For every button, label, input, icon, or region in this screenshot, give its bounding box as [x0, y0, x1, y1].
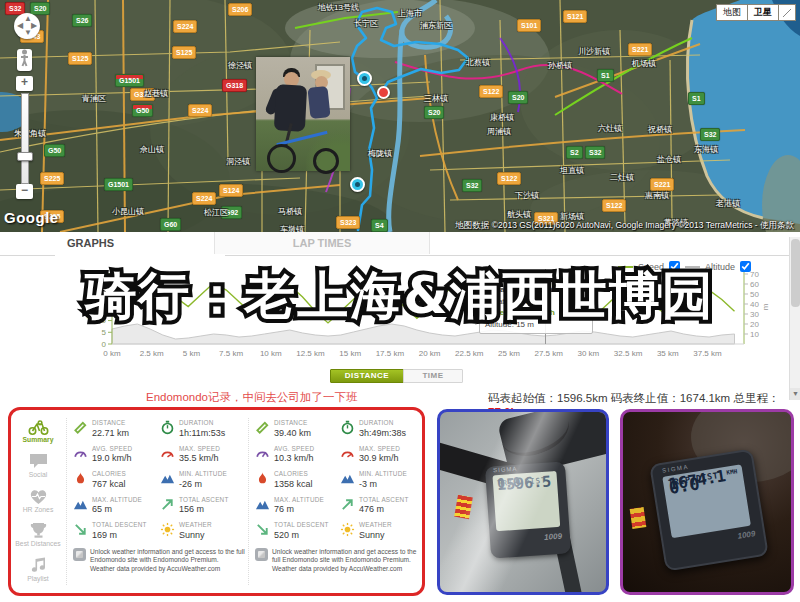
town-label: 松江区 [204, 207, 228, 218]
x-axis-tick: 25 km [498, 349, 520, 358]
town-label: 青浦区 [82, 93, 106, 104]
road-badge: S122 [479, 85, 503, 98]
calories-icon [73, 471, 88, 486]
road-badge: S122 [602, 199, 626, 212]
photo-marker[interactable] [357, 71, 372, 86]
right-axis-tick: 30 [750, 310, 759, 319]
lcd-unit: KMH [726, 467, 738, 476]
town-label: 马桥镇 [278, 206, 302, 217]
town-label: 佘山镇 [140, 144, 164, 155]
sidebar-item-best-distances[interactable]: Best Distances [13, 520, 63, 548]
weather-icon [340, 522, 355, 537]
tab-graphs[interactable]: GRAPHS [55, 232, 225, 256]
scrollbar-thumb[interactable] [791, 239, 800, 307]
map-canvas[interactable] [0, 0, 800, 232]
stat-max-altitude: MAX. ALTITUDE65 m [73, 496, 158, 515]
town-label: 惠南镇 [645, 190, 669, 201]
speed-altitude-chart[interactable]: 051015202530102030405060700 km2.5 km5 km… [0, 255, 800, 375]
road-badge: S122 [497, 172, 521, 185]
road-badge: S1 [597, 69, 614, 82]
left-axis-tick: 30 [97, 269, 106, 278]
zoom-slider[interactable] [21, 93, 29, 184]
google-logo[interactable]: Google [4, 209, 59, 226]
distance-axis-button[interactable]: DISTANCE [330, 369, 404, 383]
road-badge: S224 [173, 20, 197, 33]
x-axis-tick: 22.5 km [455, 349, 484, 358]
x-axis-tick: 7.5 km [219, 349, 243, 358]
sidebar-item-playlist[interactable]: Playlist [13, 555, 63, 583]
street-view-pegman-icon[interactable] [17, 49, 32, 71]
stat-max-speed: MAX. SPEED30.9 km/h [340, 445, 423, 464]
max-speed-icon [340, 446, 355, 461]
tab-lap-times[interactable]: LAP TIMES [214, 232, 430, 254]
x-axis-tick: 37.5 km [693, 349, 722, 358]
zoom-in-button[interactable]: + [16, 76, 33, 91]
sidebar-item-summary[interactable]: Summary [13, 416, 63, 444]
town-label: 小昆山镇 [112, 206, 144, 217]
town-label: 下沙镇 [515, 190, 539, 201]
route-photo-thumbnail[interactable] [256, 57, 350, 171]
position-marker[interactable] [377, 86, 390, 99]
x-axis-tick: 0 km [103, 349, 121, 358]
right-axis-tick: 60 [750, 280, 759, 289]
town-label: 机场镇 [632, 58, 656, 69]
left-axis-tick: 0 [102, 340, 107, 349]
stat-calories: CALORIES1358 kcal [255, 470, 338, 489]
town-label: 祝桥镇 [648, 124, 672, 135]
road-badge: S224 [188, 104, 212, 117]
road-badge: S26 [72, 14, 92, 27]
road-badge: G318 [222, 79, 247, 92]
map-type-button[interactable]: 地图 [716, 4, 748, 21]
graph-scrollbar[interactable]: ▼ [789, 237, 800, 400]
town-label: 东海镇 [694, 144, 718, 155]
workout-1-stats: DISTANCE22.71 kmDURATION1h:11m:53sAVG. S… [73, 419, 245, 573]
stat-calories: CALORIES767 kcal [73, 470, 158, 489]
stat-avg-speed: AVG. SPEED10.3 km/h [255, 445, 338, 464]
distance-icon [255, 420, 270, 435]
x-axis-tick: 20 km [419, 349, 441, 358]
odometer-start-photo: SIGMA 0.0 TRIP DIST 1596.5 1009 [437, 409, 609, 595]
x-axis-tick: 15 km [339, 349, 361, 358]
x-axis-tick: 2.5 km [140, 349, 164, 358]
map-pan-control[interactable]: ▲▼ ◀▶ [14, 13, 40, 39]
zoom-slider-handle[interactable] [17, 152, 33, 161]
min-altitude-icon [160, 471, 175, 486]
road-badge: S2 [566, 146, 583, 159]
road-badge: S323 [336, 216, 360, 229]
altitude-checkbox[interactable] [740, 261, 751, 272]
ascent-icon [340, 497, 355, 512]
social-icon [28, 451, 49, 470]
speed-checkbox[interactable] [669, 261, 680, 272]
bike-computer-screen: KMH 0.0 TRIP DIST 1674.1 [662, 464, 751, 538]
road-badge: G1501 [115, 74, 144, 87]
ascent-icon [160, 497, 175, 512]
premium-upsell: Unlock weather information and get acces… [73, 548, 245, 574]
road-badge: S20 [508, 91, 528, 104]
descent-icon [255, 522, 270, 537]
town-label: 梅陇镇 [368, 148, 392, 159]
town-label: 航头镇 [507, 209, 531, 220]
road-badge: S32 [462, 179, 482, 192]
stat-total-ascent: TOTAL ASCENT476 m [340, 496, 423, 515]
max-altitude-icon [73, 497, 88, 512]
scrollbar-down-arrow-icon[interactable]: ▼ [790, 388, 800, 400]
left-axis-label: km/h [85, 301, 94, 318]
zoom-out-button[interactable]: − [16, 184, 33, 199]
premium-upsell: Unlock weather information and get acces… [255, 548, 423, 574]
distance-icon [73, 420, 88, 435]
road-badge: S125 [68, 52, 92, 65]
sidebar-item-social[interactable]: Social [13, 451, 63, 479]
stat-total-descent: TOTAL DESCENT520 m [255, 521, 338, 540]
sidebar-item-hr-zones[interactable]: HR Zones [13, 486, 63, 514]
photo-marker[interactable] [350, 177, 365, 192]
map-overview-toggle[interactable] [778, 4, 796, 21]
road-badge: S4 [371, 219, 388, 232]
time-axis-button[interactable]: TIME [403, 369, 463, 383]
map[interactable]: S32S20S26S343S224S206S125S125G1501G318G3… [0, 0, 800, 232]
stat-max-speed: MAX. SPEED35.5 km/h [160, 445, 245, 464]
x-axis-tick: 27.5 km [534, 349, 563, 358]
legend-speed-label: Speed [638, 262, 664, 272]
road-badge: S101 [517, 19, 541, 32]
satellite-type-button[interactable]: 卫星 [747, 4, 779, 21]
odometer-end-photo: SIGMA KMH 0.0 TRIP DIST 1674.1 1009 [620, 409, 794, 595]
